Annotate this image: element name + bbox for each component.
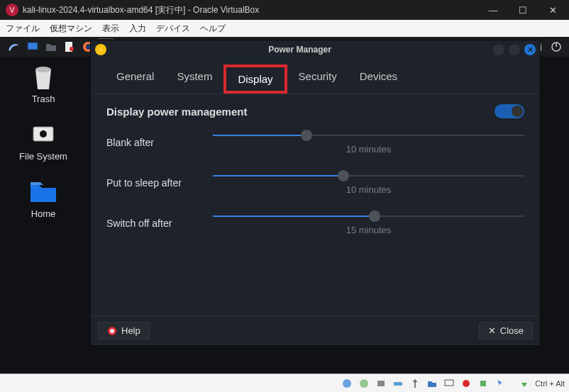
slider-blank-after[interactable] bbox=[213, 130, 524, 141]
menu-view[interactable]: 表示 bbox=[102, 23, 119, 35]
svg-point-2 bbox=[70, 47, 74, 51]
guest-desktop: >_ ˅ 1 2 3 4 | ˅ 3:23 | bbox=[0, 37, 569, 374]
display-power-toggle[interactable] bbox=[495, 104, 524, 118]
desktop-icon-filesystem[interactable]: File System bbox=[4, 120, 82, 162]
window-minimize-button[interactable]: — bbox=[478, 0, 508, 20]
value-sleep-after: 10 minutes bbox=[213, 184, 524, 195]
svg-point-15 bbox=[110, 329, 114, 333]
tab-general[interactable]: General bbox=[105, 65, 165, 94]
menu-devices[interactable]: デバイス bbox=[156, 23, 190, 35]
menu-input[interactable]: 入力 bbox=[129, 23, 146, 35]
tab-display[interactable]: Display bbox=[223, 65, 287, 94]
virtualbox-titlebar: V kali-linux-2024.4-virtualbox-amd64 [実行… bbox=[0, 0, 569, 20]
help-button[interactable]: Help bbox=[98, 322, 150, 340]
label-sleep-after: Put to sleep after bbox=[106, 177, 213, 189]
power-manager-title: Power Manager bbox=[111, 45, 489, 55]
slider-switch-off-after[interactable] bbox=[213, 211, 524, 222]
pm-footer: Help ✕ Close bbox=[91, 315, 540, 345]
value-blank-after: 10 minutes bbox=[213, 144, 524, 155]
folder-icon bbox=[29, 177, 57, 206]
vb-hdd-icon[interactable] bbox=[341, 377, 353, 390]
vb-mouse-icon[interactable] bbox=[494, 377, 507, 390]
svg-point-13 bbox=[40, 130, 47, 138]
vb-audio-icon[interactable] bbox=[375, 377, 387, 390]
virtualbox-statusbar: Ctrl + Alt bbox=[0, 374, 569, 392]
desktop-icon-label: Trash bbox=[32, 94, 55, 104]
window-maximize-dot[interactable] bbox=[509, 44, 520, 55]
vb-recording-icon[interactable] bbox=[460, 377, 473, 390]
label-blank-after: Blank after bbox=[106, 137, 213, 148]
close-button[interactable]: ✕ Close bbox=[479, 322, 533, 340]
virtualbox-menubar: ファイル 仮想マシン 表示 入力 デバイス ヘルプ bbox=[0, 20, 569, 37]
svg-rect-19 bbox=[394, 382, 402, 386]
trash-icon bbox=[29, 62, 57, 91]
menu-file[interactable]: ファイル bbox=[6, 23, 40, 35]
power-manager-titlebar[interactable]: ⚡ Power Manager ✕ bbox=[91, 40, 540, 59]
vb-network-icon[interactable] bbox=[392, 377, 404, 390]
tab-system[interactable]: System bbox=[165, 65, 223, 94]
vb-hostkey-icon bbox=[518, 377, 531, 390]
window-maximize-button[interactable]: ☐ bbox=[508, 0, 538, 20]
row-switch-off-after: Switch off after 15 minutes bbox=[106, 211, 524, 235]
svg-point-17 bbox=[360, 379, 368, 388]
svg-point-21 bbox=[463, 380, 470, 387]
power-manager-window: ⚡ Power Manager ✕ General System Display… bbox=[90, 40, 541, 346]
label-switch-off-after: Switch off after bbox=[106, 218, 213, 229]
svg-rect-18 bbox=[377, 381, 385, 386]
window-close-button[interactable]: ✕ bbox=[538, 0, 568, 20]
menu-help[interactable]: ヘルプ bbox=[200, 23, 226, 35]
vb-processor-icon[interactable] bbox=[477, 377, 490, 390]
tab-devices[interactable]: Devices bbox=[348, 65, 409, 94]
vb-usb-icon[interactable] bbox=[409, 377, 421, 390]
help-icon bbox=[107, 326, 117, 336]
svg-rect-20 bbox=[445, 380, 453, 386]
vm-window-title: kali-linux-2024.4-virtualbox-amd64 [実行中]… bbox=[23, 4, 478, 16]
show-desktop-icon[interactable] bbox=[24, 38, 41, 55]
pm-body: Display power management Blank after 10 … bbox=[91, 94, 540, 315]
svg-point-11 bbox=[35, 67, 51, 72]
row-sleep-after: Put to sleep after 10 minutes bbox=[106, 170, 524, 195]
power-manager-icon: ⚡ bbox=[95, 44, 106, 55]
vb-hostkey-label: Ctrl + Alt bbox=[535, 379, 565, 388]
text-editor-icon[interactable] bbox=[61, 38, 78, 55]
tab-security[interactable]: Security bbox=[287, 65, 348, 94]
virtualbox-icon: V bbox=[6, 4, 18, 16]
vb-display-icon[interactable] bbox=[443, 377, 455, 390]
kali-menu-icon[interactable] bbox=[4, 38, 23, 55]
svg-point-16 bbox=[343, 379, 351, 388]
svg-rect-22 bbox=[480, 381, 486, 386]
desktop-icons: Trash File System Home bbox=[4, 62, 82, 235]
svg-rect-0 bbox=[28, 43, 38, 50]
slider-sleep-after[interactable] bbox=[213, 170, 524, 181]
desktop-icon-trash[interactable]: Trash bbox=[4, 62, 82, 104]
drive-icon bbox=[29, 120, 57, 148]
desktop-icon-label: File System bbox=[19, 151, 67, 162]
row-blank-after: Blank after 10 minutes bbox=[106, 130, 524, 155]
window-minimize-dot[interactable] bbox=[493, 44, 504, 55]
vb-shared-folders-icon[interactable] bbox=[426, 377, 438, 390]
pm-tabs: General System Display Security Devices bbox=[91, 59, 540, 94]
menu-machine[interactable]: 仮想マシン bbox=[50, 23, 92, 35]
desktop-icon-label: Home bbox=[31, 208, 56, 219]
display-power-heading: Display power management bbox=[106, 106, 247, 118]
logout-icon[interactable] bbox=[548, 38, 565, 55]
file-manager-icon[interactable] bbox=[43, 38, 60, 55]
window-close-dot[interactable]: ✕ bbox=[524, 44, 536, 55]
desktop-icon-home[interactable]: Home bbox=[4, 177, 82, 219]
close-icon: ✕ bbox=[488, 325, 496, 336]
vb-optical-icon[interactable] bbox=[358, 377, 370, 390]
value-switch-off-after: 15 minutes bbox=[213, 225, 524, 235]
